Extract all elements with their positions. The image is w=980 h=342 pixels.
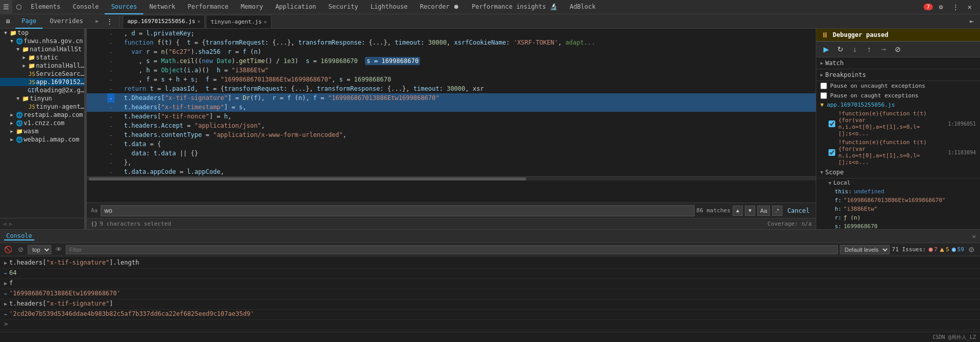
console-settings-btn[interactable]: ⚙ (966, 246, 977, 254)
tab-sources[interactable]: Sources (105, 0, 143, 14)
sidebar-toggle-icon[interactable]: ⊞ (2, 14, 14, 29)
console-line-1[interactable]: ▶ t.headers["x-tif-signature"].length (0, 258, 980, 269)
line-number (87, 75, 107, 84)
console-level-select[interactable]: Default levels (840, 245, 890, 254)
console-eye-btn[interactable]: 👁 (53, 245, 64, 255)
tab-perf-insights[interactable]: Performance insights 🔬 (466, 0, 564, 14)
collapse-sidebar-icon[interactable]: ⇤ (966, 14, 978, 29)
step-over-btn[interactable]: ↻ (835, 44, 846, 55)
tab-overrides[interactable]: Overrides (44, 14, 89, 29)
tree-item-loading-gif[interactable]: ▶ GIF loading@2x.gif (0, 86, 84, 94)
console-input-line[interactable]: > (0, 320, 980, 330)
tree-item-tinyun-agent[interactable]: ▶ JS tinyun-agent.js (0, 103, 84, 111)
tree-item-restapi[interactable]: ▶ 🌐 restapi.amap.com (0, 111, 84, 119)
console-filter-input[interactable] (66, 245, 838, 254)
code-editor[interactable]: - , d = l.privateKey; - function f(t) { … (87, 29, 816, 203)
svg-marker-2 (940, 248, 944, 252)
console-clear-btn[interactable]: 🚫 (3, 245, 13, 255)
tree-item-static[interactable]: ▶ 📁 static (0, 53, 84, 62)
console-line-3[interactable]: ▶ f (0, 279, 980, 289)
console-content: ▶ t.headers["x-tif-signature"].length ← … (0, 256, 980, 332)
code-line: - var r = n("6c27").sha256 r = f (n) (87, 47, 816, 56)
tree-item-tinyun[interactable]: ▼ 📁 tinyun (0, 94, 84, 103)
tree-item-webapi[interactable]: ▶ 🌐 webapi.amap.com (0, 135, 84, 144)
search-prev-btn[interactable]: ▲ (733, 206, 743, 216)
console-line-6[interactable]: ← '2cd20e7b539d5346ddae4b983b82c5af7b337… (0, 310, 980, 320)
search-input[interactable] (101, 205, 694, 216)
file-tab-tinyun-js[interactable]: tinyun-agent.js ✕ (206, 15, 271, 28)
tab-memory[interactable]: Memory (235, 0, 269, 14)
more-options-icon[interactable]: ⋮ (949, 0, 962, 14)
console-toolbar: 🚫 ⊘ top 👁 Default levels 71 Issues: ! 7 … (0, 243, 980, 256)
tree-item-nationalhallst2[interactable]: ▶ 📁 nationalHallSt/ (0, 62, 84, 70)
tab-elements[interactable]: Elements (25, 0, 67, 14)
bp-checkbox-2[interactable] (829, 149, 835, 156)
tab-performance[interactable]: Performance (182, 0, 235, 14)
tab-console[interactable]: Console (67, 0, 105, 14)
step-into-btn[interactable]: ↓ (849, 44, 860, 55)
issues-label: 71 Issues: (892, 246, 926, 253)
tree-item-servicesearchmod[interactable]: ▶ JS ServiceSearchMod... (0, 70, 84, 78)
pause-uncaught-checkbox[interactable] (820, 83, 827, 89)
line-marker: - (107, 149, 114, 158)
search-cancel-btn[interactable]: Cancel (784, 207, 813, 214)
issues-yellow-count: 5 (939, 246, 949, 253)
tree-item-app-js[interactable]: ▶ JS app.1697015255056... (0, 78, 84, 86)
close-devtools-icon[interactable]: ✕ (964, 0, 976, 14)
more-tabs-icon[interactable]: » (90, 14, 103, 29)
tree-item-fuwu[interactable]: ▼ 🌐 fuwu.nhsa.gov.cn (0, 37, 84, 45)
device-mode-icon[interactable]: ☰ (0, 0, 12, 14)
scope-val-s: 1699868670 (843, 223, 877, 229)
scope-var-h: h: "i3886Etw" (816, 205, 980, 213)
console-tab[interactable]: Console (4, 232, 34, 240)
pause-caught-checkbox[interactable] (820, 92, 827, 99)
bp-code-1: !function(e){function t(t){for(var n,i,o… (838, 110, 945, 137)
scope-key-this: this: (835, 188, 852, 195)
step-out-btn[interactable]: ↑ (863, 44, 875, 55)
settings-icon[interactable]: ⚙ (935, 0, 947, 14)
console-input[interactable] (10, 320, 976, 328)
tree-item-wasm[interactable]: ▶ 📁 wasm (0, 127, 84, 135)
file-tab-tinyun-js-close[interactable]: ✕ (264, 19, 267, 25)
console-line-2[interactable]: ← 64 (0, 269, 980, 279)
match-case-btn[interactable]: Aa (757, 206, 770, 216)
watch-section-header[interactable]: ▶ Watch (816, 57, 980, 69)
tab-security[interactable]: Security (322, 0, 364, 14)
console-line-5[interactable]: ▶ t.headers["x-tif-signature"] (0, 299, 980, 310)
tree-item-nationalhallst[interactable]: ▼ 📁 nationalHallSt (0, 45, 84, 53)
tab-lighthouse[interactable]: Lighthouse (364, 0, 414, 14)
file-tab-app-js[interactable]: app.1697015255056.js ✕ (123, 15, 205, 28)
scope-key-s: s: (835, 223, 841, 229)
file-tab-app-js-close[interactable]: ✕ (197, 18, 200, 24)
step-btn[interactable]: → (878, 44, 889, 55)
code-content: - , d = l.privateKey; - function f(t) { … (87, 29, 816, 176)
deactivate-btn[interactable]: ⊘ (892, 44, 904, 55)
resume-btn[interactable]: ▶ (820, 44, 832, 55)
console-close-btn[interactable]: ✕ (972, 233, 976, 240)
tree-label-fuwu: fuwu.nhsa.gov.cn (24, 37, 84, 45)
tab-application[interactable]: Application (269, 0, 322, 14)
bp-checkbox-1[interactable] (829, 120, 835, 127)
scope-val-f: "169986867013886Etw1699868670" (843, 197, 946, 204)
console-filter-btn[interactable]: ⊘ (15, 245, 26, 255)
breakpoints-section-header[interactable]: ▶ Breakpoints (816, 69, 980, 81)
tab-adblock[interactable]: AdBlock (564, 0, 602, 14)
folder-icon-wasm: 📁 (15, 128, 24, 135)
tab-page[interactable]: Page (15, 14, 43, 29)
regex-btn[interactable]: .* (772, 206, 782, 216)
search-next-btn[interactable]: ▼ (745, 206, 755, 216)
tree-item-v1cnzz[interactable]: ▶ 🌐 v1.cnzz.com (0, 119, 84, 127)
inspect-icon[interactable]: ⬡ (12, 0, 25, 14)
tab-network[interactable]: Network (143, 0, 182, 14)
code-line: - t.headers.contentType = "application/x… (87, 130, 816, 139)
console-top-select[interactable]: top (28, 245, 51, 254)
scope-local-header[interactable]: ▼ Local (816, 178, 980, 187)
tab-recorder[interactable]: Recorder ⏺ (414, 0, 466, 14)
console-line-4[interactable]: ← '169986867013886Etw1699868670' (0, 289, 980, 299)
horizontal-scrollbar[interactable] (87, 176, 816, 180)
line-marker: - (107, 84, 114, 93)
scope-section-header[interactable]: ▼ Scope (816, 167, 980, 178)
debug-toolbar: ▶ ↻ ↓ ↑ → ⊘ (816, 42, 980, 57)
tab-options-icon[interactable]: ⋮ (104, 14, 116, 29)
tree-item-top[interactable]: ▼ 📁 top (0, 29, 84, 37)
